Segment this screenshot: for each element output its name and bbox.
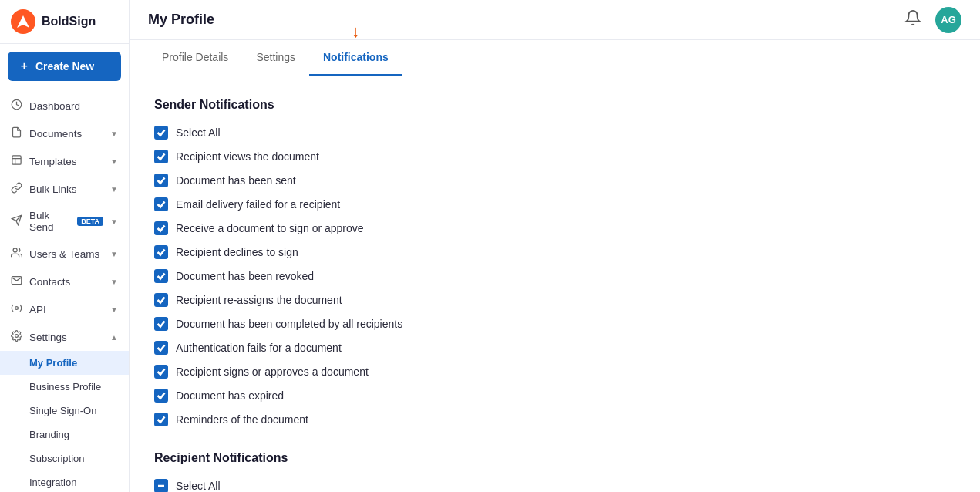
api-icon	[11, 302, 22, 316]
tab-settings-label: Settings	[256, 51, 295, 63]
users-teams-icon	[11, 247, 22, 261]
sidebar-item-users-teams[interactable]: Users & Teams ▼	[0, 240, 129, 268]
sender-notifications-title: Sender Notifications	[154, 98, 955, 112]
bulk-links-icon	[11, 182, 22, 196]
plus-icon: ＋	[19, 59, 29, 73]
contacts-icon	[11, 275, 22, 288]
sidebar-item-documents[interactable]: Documents ▼	[0, 120, 129, 147]
documents-icon	[11, 126, 22, 140]
sidebar-logo: BoldSign	[0, 0, 129, 44]
sidebar-subitem-branding[interactable]: Branding	[0, 423, 129, 447]
tab-notifications-label: Notifications	[323, 51, 389, 63]
sidebar-item-templates[interactable]: Templates ▼	[0, 147, 129, 175]
create-new-label: Create New	[35, 60, 94, 72]
checkbox-box-document-revoked	[154, 269, 168, 283]
checkbox-box-recipient-reassigns	[154, 293, 168, 307]
checkbox-document-revoked[interactable]: Document has been revoked	[154, 269, 955, 283]
checkbox-box-recipient-views	[154, 150, 168, 163]
checkbox-recipient-signs[interactable]: Recipient signs or approves a document	[154, 365, 955, 379]
tab-settings[interactable]: Settings	[242, 40, 309, 76]
logo-text: BoldSign	[42, 15, 96, 29]
chevron-down-icon: ▼	[110, 217, 118, 226]
chevron-down-icon: ▼	[110, 185, 118, 194]
checkbox-box-r-select-all	[154, 479, 168, 492]
templates-icon	[11, 154, 22, 168]
sidebar-item-bulk-links[interactable]: Bulk Links ▼	[0, 175, 129, 203]
sidebar-item-settings-label: Settings	[29, 332, 67, 343]
checkbox-email-delivery-failed[interactable]: Email delivery failed for a recipient	[154, 197, 955, 211]
topbar-actions: AG	[901, 6, 961, 33]
sidebar-subitem-branding-label: Branding	[29, 429, 69, 440]
tab-arrow-indicator: ↓	[352, 22, 360, 42]
checkbox-recipient-reassigns[interactable]: Recipient re-assigns the document	[154, 293, 955, 307]
svg-rect-3	[12, 156, 21, 164]
topbar: My Profile AG	[130, 0, 980, 40]
svg-point-8	[13, 248, 17, 252]
checkbox-document-sent[interactable]: Document has been sent	[154, 174, 955, 187]
sidebar-subitem-subscription[interactable]: Subscription	[0, 447, 129, 470]
sidebar-subitem-single-sign-on[interactable]: Single Sign-On	[0, 399, 129, 423]
checkbox-document-expired[interactable]: Document has expired	[154, 389, 955, 403]
tab-profile-details[interactable]: Profile Details	[148, 40, 242, 76]
chevron-down-icon: ▼	[110, 157, 118, 166]
sidebar-subitem-subscription-label: Subscription	[29, 453, 85, 464]
dashboard-icon	[11, 99, 22, 113]
page-title: My Profile	[148, 12, 214, 28]
sidebar-item-users-teams-label: Users & Teams	[29, 248, 99, 260]
chevron-down-icon: ▼	[110, 130, 118, 138]
checkbox-box-auth-fails	[154, 341, 168, 355]
avatar[interactable]: AG	[935, 7, 961, 33]
chevron-down-icon: ▼	[110, 250, 118, 258]
sidebar-item-contacts[interactable]: Contacts ▼	[0, 268, 129, 295]
boldsign-logo-icon	[11, 9, 35, 34]
checkbox-recipient-views[interactable]: Recipient views the document	[154, 150, 955, 163]
sender-notifications-list: Select All Recipient views the document …	[154, 126, 955, 426]
sender-notifications-section: Sender Notifications Select All Recipien…	[154, 98, 955, 426]
sidebar-item-templates-label: Templates	[29, 156, 77, 167]
chevron-down-icon: ▼	[110, 305, 118, 314]
sidebar-subitem-my-profile-label: My Profile	[29, 357, 77, 369]
sidebar: BoldSign ＋ Create New Dashboard Document…	[0, 0, 130, 492]
checkbox-auth-fails[interactable]: Authentication fails for a document	[154, 341, 955, 355]
sidebar-item-api[interactable]: API ▼	[0, 295, 129, 323]
checkbox-r-select-all[interactable]: Select All	[154, 479, 955, 492]
sidebar-subitem-integration[interactable]: Integration	[0, 470, 129, 492]
checkbox-document-completed[interactable]: Document has been completed by all recip…	[154, 317, 955, 331]
sidebar-subitem-business-profile[interactable]: Business Profile	[0, 375, 129, 399]
tab-profile-details-label: Profile Details	[162, 51, 228, 63]
checkbox-recipient-declines[interactable]: Recipient declines to sign	[154, 245, 955, 259]
sidebar-subitem-business-profile-label: Business Profile	[29, 381, 101, 393]
checkbox-box-email-delivery-failed	[154, 197, 168, 211]
sidebar-item-contacts-label: Contacts	[29, 276, 70, 288]
checkbox-reminders[interactable]: Reminders of the document	[154, 413, 955, 426]
checkbox-box-recipient-declines	[154, 245, 168, 259]
bulk-send-icon	[11, 214, 22, 228]
checkbox-receive-to-sign[interactable]: Receive a document to sign or approve	[154, 221, 955, 235]
create-new-button[interactable]: ＋ Create New	[8, 52, 121, 81]
tab-bar: Profile Details Settings ↓ Notifications	[130, 40, 980, 76]
checkbox-box-recipient-signs	[154, 365, 168, 379]
sidebar-item-bulk-send-label: Bulk Send	[29, 210, 70, 233]
notifications-bell-button[interactable]	[901, 6, 924, 33]
sidebar-item-dashboard[interactable]: Dashboard	[0, 92, 129, 120]
sidebar-item-settings[interactable]: Settings ▲	[0, 323, 129, 351]
svg-point-9	[15, 307, 19, 310]
checkbox-box-select-all	[154, 126, 168, 140]
content-area: Sender Notifications Select All Recipien…	[130, 76, 980, 492]
chevron-up-icon: ▲	[110, 333, 118, 342]
recipient-notifications-list: Select All Receive a document to sign or…	[154, 479, 955, 492]
nav-section: Dashboard Documents ▼ Templates ▼ Bulk L…	[0, 89, 129, 492]
checkbox-select-all[interactable]: Select All	[154, 126, 955, 140]
sidebar-subitem-my-profile[interactable]: My Profile	[0, 351, 129, 375]
main-content: My Profile AG Profile Details Settings ↓…	[130, 0, 980, 492]
sidebar-subitem-integration-label: Integration	[29, 477, 76, 488]
sidebar-item-bulk-send[interactable]: Bulk Send BETA ▼	[0, 203, 129, 240]
tab-notifications[interactable]: ↓ Notifications	[309, 40, 402, 76]
beta-badge: BETA	[77, 217, 103, 226]
sidebar-item-api-label: API	[29, 304, 46, 315]
chevron-down-icon: ▼	[110, 278, 118, 286]
checkbox-box-document-completed	[154, 317, 168, 331]
settings-icon	[11, 330, 22, 344]
recipient-notifications-section: Recipient Notifications Select All Recei…	[154, 451, 955, 492]
checkbox-box-document-expired	[154, 389, 168, 403]
